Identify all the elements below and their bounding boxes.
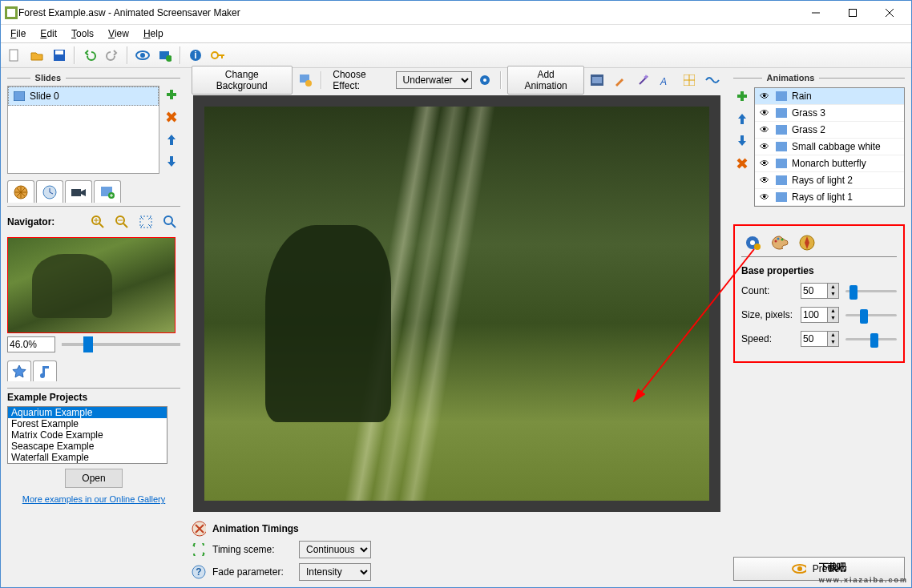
move-anim-down-button[interactable] [733, 132, 751, 150]
move-slide-up-button[interactable] [163, 131, 180, 148]
size-slider[interactable] [845, 308, 897, 322]
zoom-100-button[interactable] [159, 211, 180, 232]
example-aquarium[interactable]: Aquarium Example [8, 407, 167, 418]
zoom-in-button[interactable] [87, 211, 108, 232]
zoom-fit-button[interactable] [135, 211, 156, 232]
effect-settings-button[interactable] [475, 70, 495, 91]
add-anim-button[interactable] [733, 87, 751, 105]
menu-view[interactable]: View [102, 26, 135, 41]
center-panel: Change Background Choose Effect: Underwa… [187, 68, 727, 587]
menu-file[interactable]: File [4, 26, 32, 41]
anim-item-rain[interactable]: 👁Rain [755, 88, 904, 105]
example-seascape[interactable]: Seascape Example [8, 441, 167, 452]
move-slide-down-button[interactable] [163, 153, 180, 171]
tab-clock[interactable] [36, 180, 63, 203]
eye-icon[interactable]: 👁 [758, 107, 771, 119]
count-spinner[interactable]: ▲▼ [801, 283, 839, 299]
anim-wand-button[interactable] [633, 70, 653, 91]
slides-list[interactable]: Slide 0 [7, 86, 159, 174]
examples-header: Example Projects [7, 392, 87, 403]
anim-item-grass2[interactable]: 👁Grass 2 [755, 122, 904, 139]
example-forest[interactable]: Forest Example [8, 418, 167, 429]
save-button[interactable] [49, 45, 70, 66]
spin-down[interactable]: ▼ [827, 339, 838, 346]
spin-down[interactable]: ▼ [827, 315, 838, 322]
slide-item-0[interactable]: Slide 0 [8, 87, 159, 106]
key-button[interactable] [208, 45, 228, 66]
watermark: 下载吧 www.xiazaiba.com [819, 550, 908, 584]
spin-down[interactable]: ▼ [827, 291, 838, 298]
eye-icon[interactable]: 👁 [758, 175, 771, 186]
examples-list[interactable]: Aquarium Example Forest Example Matrix C… [7, 406, 167, 464]
menu-tools[interactable]: Tools [65, 26, 100, 41]
eye-icon[interactable]: 👁 [758, 91, 771, 102]
tab-navigator[interactable] [7, 180, 34, 203]
anim-item-monarch[interactable]: 👁Monarch butterfly [755, 155, 904, 172]
spin-up[interactable]: ▲ [827, 332, 838, 339]
zoom-out-button[interactable] [111, 211, 132, 232]
zoom-input[interactable] [7, 336, 55, 352]
canvas-image [204, 107, 709, 501]
anim-brush-button[interactable] [610, 70, 630, 91]
anim-grid-button[interactable] [680, 70, 700, 91]
anim-item-rays2[interactable]: 👁Rays of light 2 [755, 172, 904, 189]
size-spinner[interactable]: ▲▼ [801, 307, 839, 323]
example-waterfall[interactable]: Waterfall Example [8, 452, 167, 463]
anim-item-grass3[interactable]: 👁Grass 3 [755, 105, 904, 122]
spin-up[interactable]: ▲ [827, 308, 838, 315]
eye-icon[interactable]: 👁 [758, 158, 771, 169]
prop-tab-gear[interactable] [741, 232, 764, 253]
info-button[interactable]: i [185, 45, 206, 66]
background-options-button[interactable] [296, 70, 316, 91]
zoom-slider[interactable] [62, 343, 180, 346]
fade-select[interactable]: Intensity [299, 563, 371, 581]
open-example-button[interactable]: Open [65, 469, 122, 488]
add-animation-button[interactable]: Add Animation [507, 66, 583, 95]
anim-wave-button[interactable] [702, 70, 722, 91]
spin-up[interactable]: ▲ [827, 284, 838, 291]
effect-select[interactable]: Underwater [396, 71, 472, 89]
tab-favorites[interactable] [7, 360, 31, 381]
timing-scheme-select[interactable]: Continuous [299, 541, 371, 558]
gallery-link[interactable]: More examples in our Online Gallery [7, 494, 180, 504]
anim-item-rays1[interactable]: 👁Rays of light 1 [755, 189, 904, 206]
navigator-preview[interactable] [7, 237, 176, 333]
tab-music[interactable] [33, 360, 57, 381]
delete-anim-button[interactable] [733, 155, 751, 172]
change-background-button[interactable]: Change Background [192, 66, 293, 95]
redo-button[interactable] [102, 45, 123, 66]
maximize-button[interactable] [834, 1, 871, 25]
eye-icon[interactable]: 👁 [758, 191, 771, 203]
tab-camera[interactable] [65, 180, 92, 203]
svg-line-27 [123, 224, 127, 228]
open-button[interactable] [26, 45, 47, 66]
minimize-button[interactable] [797, 1, 834, 25]
timings-panel: Animation Timings Timing sceme: Continuo… [187, 515, 727, 587]
prop-tab-palette[interactable] [769, 232, 791, 253]
move-anim-up-button[interactable] [733, 110, 751, 127]
preview-toolbar-button[interactable] [132, 45, 153, 66]
speed-spinner[interactable]: ▲▼ [801, 331, 839, 347]
tab-image-add[interactable] [94, 180, 121, 203]
undo-button[interactable] [79, 45, 100, 66]
speed-slider[interactable] [845, 332, 897, 346]
prop-tab-compass[interactable] [796, 232, 818, 253]
eye-icon[interactable]: 👁 [758, 124, 771, 135]
delete-slide-button[interactable] [163, 108, 180, 126]
example-matrix[interactable]: Matrix Code Example [8, 429, 167, 441]
svg-point-53 [777, 238, 780, 240]
new-button[interactable] [4, 45, 25, 66]
anim-text-button[interactable]: A [656, 70, 676, 91]
eye-icon[interactable]: 👁 [758, 141, 771, 152]
export-button[interactable] [155, 45, 176, 66]
anim-film-button[interactable] [587, 70, 607, 91]
canvas[interactable] [193, 95, 720, 512]
anim-item-cabbage[interactable]: 👁Small cabbage white [755, 139, 904, 155]
animations-list[interactable]: 👁Rain 👁Grass 3 👁Grass 2 👁Small cabbage w… [754, 87, 905, 207]
add-slide-button[interactable] [163, 86, 180, 103]
close-button[interactable] [871, 1, 908, 25]
fade-label: Fade parameter: [212, 566, 293, 578]
menu-help[interactable]: Help [137, 26, 170, 41]
count-slider[interactable] [845, 284, 897, 298]
menu-edit[interactable]: Edit [34, 26, 63, 41]
